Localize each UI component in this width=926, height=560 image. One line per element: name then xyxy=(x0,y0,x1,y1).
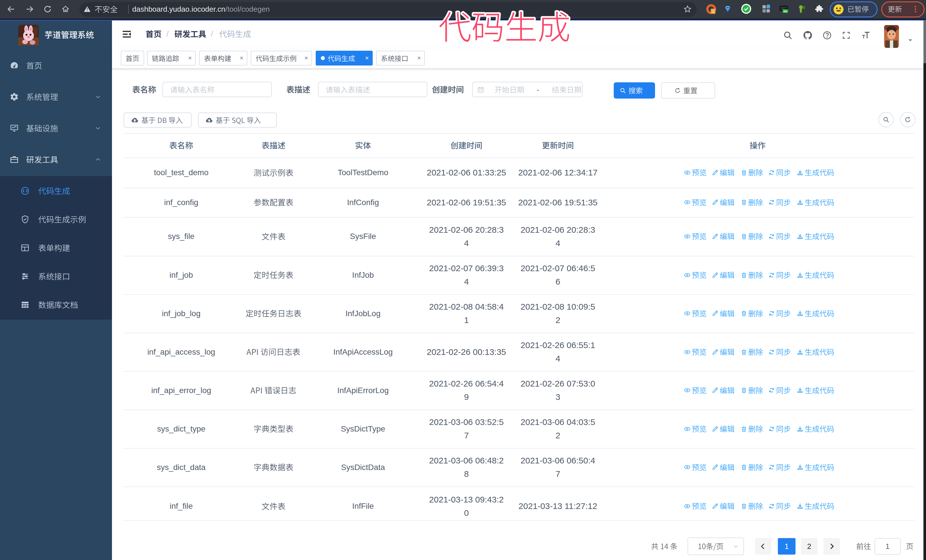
svg-text:1: 1 xyxy=(712,9,714,14)
svg-text:on: on xyxy=(783,9,787,13)
